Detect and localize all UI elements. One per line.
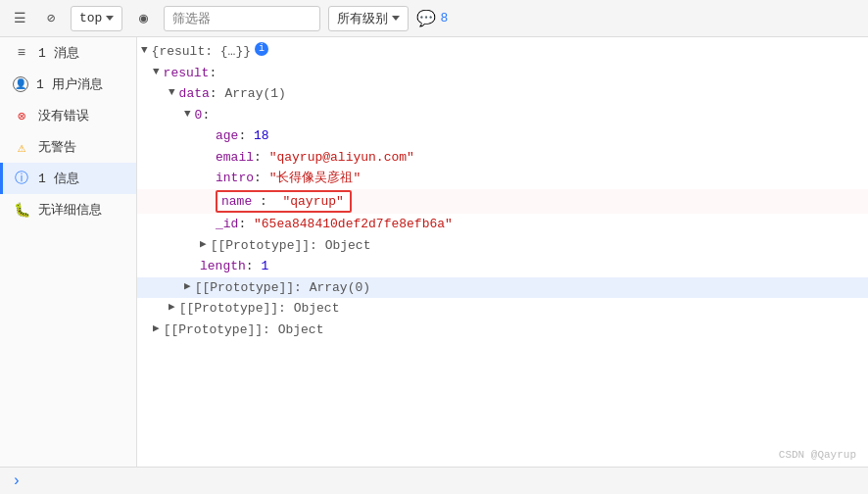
sidebar-label-verbose: 无详细信息 bbox=[38, 201, 102, 219]
console-line-_id: _id : "65ea848410def2d7fe8efb6a" bbox=[137, 214, 868, 235]
message-icon: 💬 bbox=[416, 9, 436, 28]
sidebar-label-messages: 1 消息 bbox=[38, 44, 79, 62]
expand-proto-obj3[interactable]: ▶ bbox=[153, 321, 160, 337]
message-count-value: 8 bbox=[440, 11, 448, 25]
expand-proto-obj1[interactable]: ▶ bbox=[200, 236, 207, 253]
expand-proto-obj2[interactable]: ▶ bbox=[169, 299, 175, 316]
expand-data[interactable]: ▼ bbox=[169, 84, 175, 101]
sidebar-item-messages[interactable]: ≡ 1 消息 bbox=[0, 37, 136, 69]
colon-age: : bbox=[238, 126, 254, 146]
key-name: name bbox=[221, 194, 252, 209]
colon-data: : bbox=[210, 84, 225, 104]
colon-_id: : bbox=[238, 215, 254, 234]
sidebar-label-user-messages: 1 用户消息 bbox=[36, 75, 103, 93]
sidebar-label-no-errors: 没有错误 bbox=[38, 107, 89, 124]
level-dropdown-label: 所有级别 bbox=[337, 10, 388, 27]
bottom-bar: › bbox=[0, 467, 868, 494]
message-count: 💬 8 bbox=[416, 9, 448, 28]
sidebar-item-info[interactable]: ⓘ 1 信息 bbox=[0, 163, 136, 194]
sidebar-item-no-warnings[interactable]: ⚠ 无警告 bbox=[0, 131, 136, 163]
console-line-intro: intro : "长得像吴彦祖" bbox=[137, 168, 868, 189]
expand-root[interactable]: ▼ bbox=[141, 42, 148, 59]
sidebar-item-user-messages[interactable]: 👤 1 用户消息 bbox=[0, 69, 136, 100]
info-badge[interactable]: i bbox=[255, 42, 268, 56]
key-email: email bbox=[216, 148, 254, 168]
colon-length: : bbox=[246, 257, 262, 276]
watermark: CSDN @Qayrup bbox=[779, 449, 856, 461]
watermark-text: CSDN @Qayrup bbox=[779, 449, 856, 461]
console-line-name: name : "qayrup" bbox=[137, 189, 868, 215]
ban-button[interactable]: ⊘ bbox=[39, 7, 63, 30]
bug-icon: 🐛 bbox=[13, 202, 30, 219]
prompt-arrow[interactable]: › bbox=[12, 472, 22, 490]
console-line-proto-obj2[interactable]: ▶ [[Prototype]]: Object bbox=[137, 298, 868, 320]
key-intro: intro bbox=[216, 169, 254, 188]
console-panel: ▼ {result: {…}} i ▼ result : ▼ data : Ar… bbox=[137, 37, 868, 467]
info-icon: ⓘ bbox=[13, 170, 30, 187]
console-line-data[interactable]: ▼ data : Array(1) bbox=[137, 83, 868, 105]
sidebar: ≡ 1 消息 👤 1 用户消息 ⊗ 没有错误 ⚠ 无警告 ⓘ 1 信息 🐛 无详… bbox=[0, 37, 137, 467]
key-length: length bbox=[200, 257, 246, 276]
key-result: result bbox=[164, 64, 210, 83]
console-line-proto-obj1[interactable]: ▶ [[Prototype]]: Object bbox=[137, 235, 868, 257]
filter-input[interactable] bbox=[164, 6, 320, 31]
list-icon: ≡ bbox=[13, 45, 30, 61]
root-text: {result: {…}} bbox=[152, 42, 251, 62]
key-age: age bbox=[216, 126, 238, 146]
key-_id: _id bbox=[216, 215, 238, 234]
value-proto-obj3: [[Prototype]]: Object bbox=[164, 321, 324, 340]
main-area: ≡ 1 消息 👤 1 用户消息 ⊗ 没有错误 ⚠ 无警告 ⓘ 1 信息 🐛 无详… bbox=[0, 37, 868, 467]
expand-0[interactable]: ▼ bbox=[184, 106, 191, 123]
sidebar-item-verbose[interactable]: 🐛 无详细信息 bbox=[0, 194, 136, 225]
context-dropdown-label: top bbox=[79, 11, 102, 25]
sidebar-label-no-warnings: 无警告 bbox=[38, 138, 76, 156]
colon-intro: : bbox=[254, 169, 269, 188]
user-icon: 👤 bbox=[13, 76, 28, 92]
expand-result[interactable]: ▼ bbox=[153, 64, 160, 80]
expand-proto-arr[interactable]: ▶ bbox=[184, 278, 191, 295]
ban-icon: ⊘ bbox=[47, 10, 55, 26]
value-email: "qayrup@aliyun.com" bbox=[269, 148, 414, 168]
value-proto-obj1: [[Prototype]]: Object bbox=[211, 236, 371, 256]
value-proto-arr: [[Prototype]]: Array(0) bbox=[195, 278, 370, 298]
console-line-age: age : 18 bbox=[137, 125, 868, 147]
console-line-proto-arr[interactable]: ▶ [[Prototype]]: Array(0) bbox=[137, 277, 868, 299]
console-line-proto-obj3[interactable]: ▶ [[Prototype]]: Object bbox=[137, 320, 868, 341]
value-_id: "65ea848410def2d7fe8efb6a" bbox=[254, 215, 453, 234]
toolbar: ☰ ⊘ top ◉ 所有级别 💬 8 bbox=[0, 0, 868, 37]
error-icon: ⊗ bbox=[13, 108, 30, 124]
sidebar-item-no-errors[interactable]: ⊗ 没有错误 bbox=[0, 100, 136, 131]
console-line-result[interactable]: ▼ result : bbox=[137, 63, 868, 84]
value-intro: "长得像吴彦祖" bbox=[269, 169, 362, 188]
console-line-email: email : "qayrup@aliyun.com" bbox=[137, 147, 868, 169]
console-line-root[interactable]: ▼ {result: {…}} i bbox=[137, 41, 868, 63]
hamburger-button[interactable]: ☰ bbox=[8, 7, 31, 30]
console-line-length: length : 1 bbox=[137, 256, 868, 277]
value-name: "qayrup" bbox=[282, 194, 343, 209]
sidebar-label-info: 1 信息 bbox=[38, 170, 79, 187]
warning-icon: ⚠ bbox=[13, 139, 30, 156]
colon-0: : bbox=[202, 106, 210, 125]
hamburger-icon: ☰ bbox=[14, 10, 26, 26]
value-length: 1 bbox=[261, 257, 268, 276]
value-age: 18 bbox=[254, 126, 269, 146]
eye-button[interactable]: ◉ bbox=[130, 6, 156, 31]
key-0: 0 bbox=[195, 106, 203, 125]
console-line-0[interactable]: ▼ 0 : bbox=[137, 105, 868, 126]
value-proto-obj2: [[Prototype]]: Object bbox=[179, 299, 340, 319]
eye-icon: ◉ bbox=[139, 9, 148, 27]
colon-email: : bbox=[254, 148, 269, 168]
context-dropdown[interactable]: top bbox=[71, 6, 122, 31]
level-dropdown[interactable]: 所有级别 bbox=[328, 6, 409, 31]
colon-result: : bbox=[209, 64, 217, 83]
value-data: Array(1) bbox=[224, 84, 285, 104]
colon-name: : bbox=[260, 194, 275, 209]
key-data: data bbox=[179, 84, 210, 104]
